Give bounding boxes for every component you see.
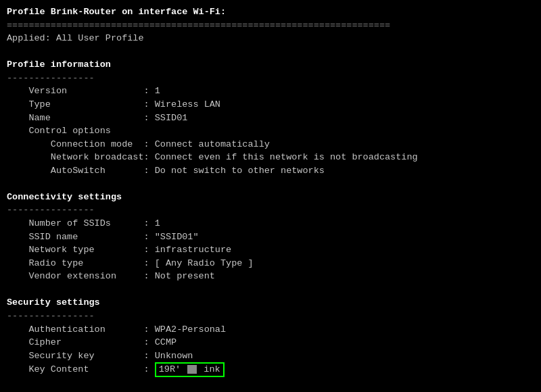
field-network-broadcast: Network broadcast: Connect even if this … xyxy=(7,151,534,164)
field-type: Type : Wireless LAN xyxy=(7,98,534,112)
field-ssid-name: SSID name : "SSID01" xyxy=(7,230,534,244)
field-radio-type: Radio type : [ Any Radio Type ] xyxy=(7,257,534,270)
field-network-type: Network type : infrastructure xyxy=(7,243,534,257)
profile-divider: ---------------- xyxy=(7,72,534,85)
blank-line-2 xyxy=(7,177,534,191)
blank-line-4 xyxy=(7,377,534,391)
field-security-key: Security key : Unknown xyxy=(7,349,534,363)
security-header: Security settings xyxy=(7,296,534,310)
connectivity-divider: ---------------- xyxy=(7,203,534,217)
field-authentication: Authentication : WPA2-Personal xyxy=(7,323,534,337)
title-line: Profile Brink-Router on interface Wi-Fi: xyxy=(7,5,534,19)
field-version: Version : 1 xyxy=(7,84,534,98)
field-autoswitch: AutoSwitch : Do not switch to other netw… xyxy=(7,164,534,178)
key-text-prefix: 19R' xyxy=(159,364,187,374)
terminal-window: Profile Brink-Router on interface Wi-Fi:… xyxy=(7,5,534,392)
applied-line: Applied: All User Profile xyxy=(7,32,534,45)
security-divider: ---------------- xyxy=(7,310,534,323)
blank-line-1 xyxy=(7,45,534,59)
field-key-content: Key Content : 19R' ink xyxy=(7,362,534,377)
key-text-suffix: ink xyxy=(198,364,220,374)
profile-info-header: Profile information xyxy=(7,58,534,72)
field-cipher: Cipher : CCMP xyxy=(7,336,534,349)
field-control-options: Control options xyxy=(7,124,534,138)
field-vendor-ext: Vendor extension : Not present xyxy=(7,270,534,283)
blank-line-3 xyxy=(7,283,534,297)
key-block-char xyxy=(187,365,197,374)
field-name: Name : SSID01 xyxy=(7,112,534,125)
equals-divider: ========================================… xyxy=(7,19,534,32)
field-connection-mode: Connection mode : Connect automatically xyxy=(7,138,534,151)
connectivity-header: Connectivity settings xyxy=(7,191,534,204)
field-num-ssids: Number of SSIDs : 1 xyxy=(7,217,534,230)
key-content-highlight: 19R' ink xyxy=(155,362,225,377)
